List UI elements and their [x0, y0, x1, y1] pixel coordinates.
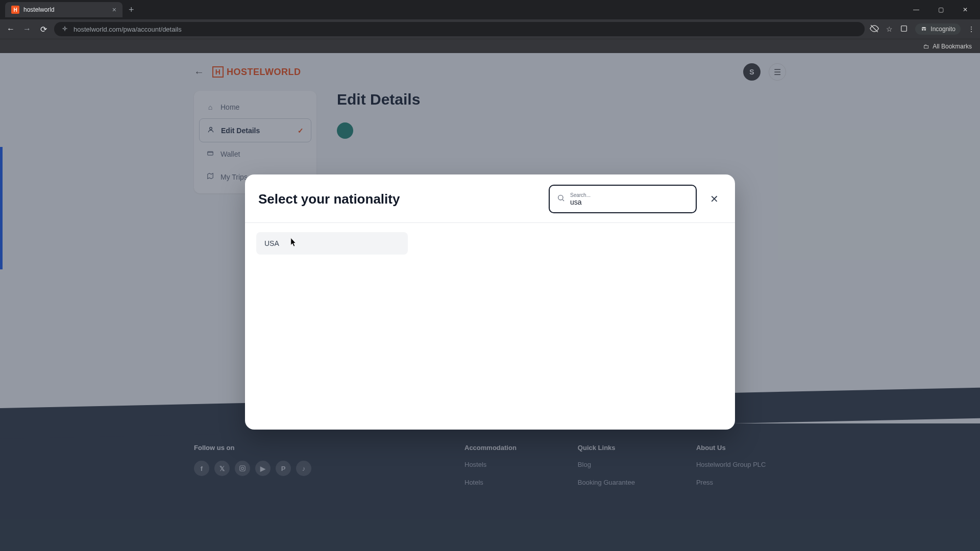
divider	[245, 222, 735, 223]
maximize-icon[interactable]: ▢	[933, 6, 948, 13]
close-window-icon[interactable]: ✕	[958, 6, 973, 13]
favicon-icon: H	[11, 6, 19, 14]
incognito-label: Incognito	[930, 26, 955, 33]
eye-off-icon[interactable]	[870, 24, 879, 35]
svg-point-0	[64, 28, 66, 30]
reload-icon[interactable]: ⟳	[38, 24, 49, 34]
svg-point-7	[922, 29, 924, 31]
search-placeholder-label: Search...	[570, 192, 689, 198]
modal-overlay[interactable]: Select your nationality Search... ✕ USA	[0, 53, 980, 551]
window-controls: ― ▢ ✕	[909, 6, 980, 13]
new-tab-button[interactable]: +	[129, 5, 134, 15]
modal-title: Select your nationality	[258, 191, 400, 207]
url-text: hostelworld.com/pwa/account/details	[74, 26, 182, 33]
svg-point-14	[558, 195, 563, 200]
bookmarks-bar: 🗀 All Bookmarks	[0, 39, 980, 53]
bookmark-star-icon[interactable]: ☆	[886, 25, 893, 33]
all-bookmarks-link[interactable]: All Bookmarks	[933, 43, 972, 50]
incognito-badge[interactable]: Incognito	[915, 23, 961, 35]
minimize-icon[interactable]: ―	[909, 6, 924, 13]
kebab-menu-icon[interactable]: ⋮	[968, 25, 975, 33]
extensions-icon[interactable]	[900, 24, 908, 34]
browser-tab[interactable]: H hostelworld ×	[5, 2, 122, 17]
nationality-modal: Select your nationality Search... ✕ USA	[245, 174, 735, 430]
address-bar: ← → ⟳ hostelworld.com/pwa/account/detail…	[0, 19, 980, 39]
back-icon[interactable]: ←	[5, 24, 16, 34]
tab-title: hostelworld	[23, 6, 55, 13]
nationality-search[interactable]: Search...	[549, 185, 697, 213]
svg-rect-6	[901, 26, 907, 31]
svg-line-15	[562, 199, 564, 201]
close-icon[interactable]: ✕	[707, 190, 722, 208]
folder-icon: 🗀	[923, 43, 929, 50]
svg-point-8	[924, 29, 926, 31]
forward-icon: →	[21, 24, 33, 34]
browser-tab-strip: H hostelworld × + ― ▢ ✕	[0, 0, 980, 19]
url-field[interactable]: hostelworld.com/pwa/account/details	[54, 22, 865, 36]
search-icon	[557, 194, 565, 204]
nationality-option[interactable]: USA	[256, 232, 408, 255]
close-tab-icon[interactable]: ×	[112, 6, 116, 14]
search-input[interactable]	[570, 198, 689, 206]
site-settings-icon[interactable]	[61, 25, 68, 34]
